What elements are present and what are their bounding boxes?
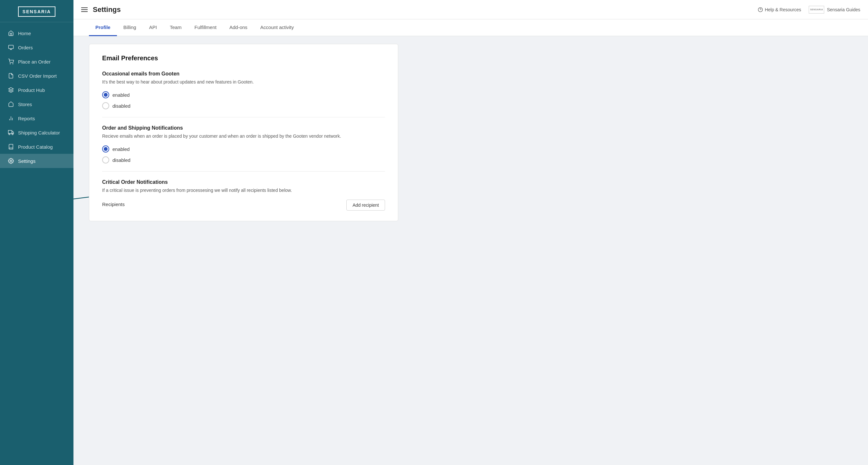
svg-point-11 bbox=[9, 134, 10, 135]
logo: SENSARIA bbox=[18, 6, 55, 17]
sensaria-guides-logo: SENSARIA bbox=[809, 6, 824, 13]
tab-fulfillment[interactable]: Fulfillment bbox=[188, 19, 223, 36]
radio-disabled-1-label: disabled bbox=[113, 103, 130, 109]
sidebar-item-orders[interactable]: Orders bbox=[0, 40, 73, 55]
sidebar-label-csv: CSV Order Import bbox=[18, 73, 57, 79]
home-icon bbox=[8, 30, 14, 36]
svg-marker-10 bbox=[12, 132, 13, 134]
recipients-row: Recipients Add recipient bbox=[102, 200, 385, 210]
radio-enabled-2[interactable] bbox=[102, 145, 109, 152]
radio-disabled-2-label: disabled bbox=[113, 157, 130, 163]
sidebar-item-csv-order[interactable]: CSV Order Import bbox=[0, 69, 73, 83]
sidebar-label-reports: Reports bbox=[18, 116, 35, 121]
svg-point-3 bbox=[10, 63, 11, 64]
help-icon bbox=[758, 7, 763, 12]
radio-disabled-1[interactable] bbox=[102, 102, 109, 109]
critical-order-desc: If a critical issue is preventing orders… bbox=[102, 187, 385, 194]
sidebar: SENSARIA Home Orders Place an Order CSV bbox=[0, 0, 73, 465]
tab-team[interactable]: Team bbox=[163, 19, 188, 36]
sidebar-item-product-hub[interactable]: Product Hub bbox=[0, 83, 73, 97]
sensaria-guides-label: Sensaria Guides bbox=[827, 7, 860, 12]
settings-icon bbox=[8, 158, 14, 164]
sidebar-label-shipping: Shipping Calculator bbox=[18, 130, 60, 136]
order-shipping-disabled[interactable]: disabled bbox=[102, 156, 385, 164]
header-right: Help & Resources SENSARIA Sensaria Guide… bbox=[758, 6, 860, 13]
top-header: Settings Help & Resources SENSARIA Sensa… bbox=[73, 0, 868, 19]
tabs-bar: Profile Billing API Team Fulfillment Add… bbox=[73, 19, 868, 36]
catalog-icon bbox=[8, 144, 14, 150]
add-recipient-button[interactable]: Add recipient bbox=[346, 200, 385, 210]
sidebar-logo: SENSARIA bbox=[0, 0, 73, 22]
product-hub-icon bbox=[8, 87, 14, 93]
sidebar-item-reports[interactable]: Reports bbox=[0, 111, 73, 125]
csv-icon bbox=[8, 72, 14, 79]
critical-order-section: Critical Order Notifications If a critic… bbox=[102, 179, 385, 210]
occasional-emails-section: Occasional emails from Gooten It's the b… bbox=[102, 71, 385, 109]
email-preferences-card: Email Preferences Occasional emails from… bbox=[89, 44, 398, 221]
help-resources-link[interactable]: Help & Resources bbox=[758, 7, 801, 12]
radio-disabled-2[interactable] bbox=[102, 156, 109, 164]
svg-point-4 bbox=[12, 63, 13, 64]
sidebar-label-catalog: Product Catalog bbox=[18, 144, 53, 150]
order-shipping-enabled[interactable]: enabled bbox=[102, 145, 385, 152]
sidebar-item-product-catalog[interactable]: Product Catalog bbox=[0, 140, 73, 154]
sidebar-item-home[interactable]: Home bbox=[0, 26, 73, 40]
divider-2 bbox=[102, 171, 385, 172]
occasional-emails-label: Occasional emails from Gooten bbox=[102, 71, 385, 77]
help-resources-label: Help & Resources bbox=[765, 7, 801, 12]
sidebar-label-product-hub: Product Hub bbox=[18, 87, 45, 93]
place-order-icon bbox=[8, 58, 14, 65]
tab-account-activity[interactable]: Account activity bbox=[254, 19, 300, 36]
sidebar-label-stores: Stores bbox=[18, 101, 32, 107]
divider-1 bbox=[102, 117, 385, 117]
occasional-emails-options: enabled disabled bbox=[102, 91, 385, 109]
sidebar-item-stores[interactable]: Stores bbox=[0, 97, 73, 111]
sidebar-item-settings[interactable]: Settings bbox=[0, 154, 73, 168]
svg-marker-5 bbox=[9, 88, 13, 90]
reports-icon bbox=[8, 115, 14, 122]
stores-icon bbox=[8, 101, 14, 107]
order-shipping-label: Order and Shipping Notifications bbox=[102, 125, 385, 131]
shipping-icon bbox=[8, 129, 14, 136]
tab-billing[interactable]: Billing bbox=[117, 19, 143, 36]
sidebar-label-settings: Settings bbox=[18, 158, 35, 164]
sidebar-item-shipping-calculator[interactable]: Shipping Calculator bbox=[0, 125, 73, 140]
recipients-label: Recipients bbox=[102, 202, 125, 207]
tab-addons[interactable]: Add-ons bbox=[223, 19, 254, 36]
order-shipping-options: enabled disabled bbox=[102, 145, 385, 164]
sidebar-label-orders: Orders bbox=[18, 45, 33, 50]
tab-api[interactable]: API bbox=[143, 19, 163, 36]
main-area: Settings Help & Resources SENSARIA Sensa… bbox=[73, 0, 868, 465]
menu-button[interactable] bbox=[81, 7, 88, 12]
page-title: Settings bbox=[93, 5, 758, 14]
occasional-emails-enabled[interactable]: enabled bbox=[102, 91, 385, 98]
order-shipping-desc: Recieve emails when an order is placed b… bbox=[102, 133, 385, 140]
tab-profile[interactable]: Profile bbox=[89, 19, 117, 36]
sidebar-nav: Home Orders Place an Order CSV Order Imp… bbox=[0, 22, 73, 465]
content-area: Email Preferences Occasional emails from… bbox=[73, 36, 868, 465]
sidebar-label-place-order: Place an Order bbox=[18, 59, 51, 64]
occasional-emails-disabled[interactable]: disabled bbox=[102, 102, 385, 109]
radio-enabled-1[interactable] bbox=[102, 91, 109, 98]
orders-icon bbox=[8, 44, 14, 51]
svg-point-13 bbox=[10, 160, 12, 162]
critical-order-label: Critical Order Notifications bbox=[102, 179, 385, 185]
svg-point-12 bbox=[12, 134, 13, 135]
card-title: Email Preferences bbox=[102, 55, 385, 62]
radio-enabled-1-label: enabled bbox=[113, 92, 129, 98]
order-shipping-section: Order and Shipping Notifications Recieve… bbox=[102, 125, 385, 164]
sensaria-guides-link[interactable]: SENSARIA Sensaria Guides bbox=[809, 6, 860, 13]
occasional-emails-desc: It's the best way to hear about product … bbox=[102, 79, 385, 85]
sidebar-item-place-order[interactable]: Place an Order bbox=[0, 55, 73, 69]
svg-rect-9 bbox=[8, 130, 12, 134]
radio-enabled-2-label: enabled bbox=[113, 146, 129, 152]
svg-rect-0 bbox=[9, 45, 13, 49]
sidebar-label-home: Home bbox=[18, 31, 31, 36]
